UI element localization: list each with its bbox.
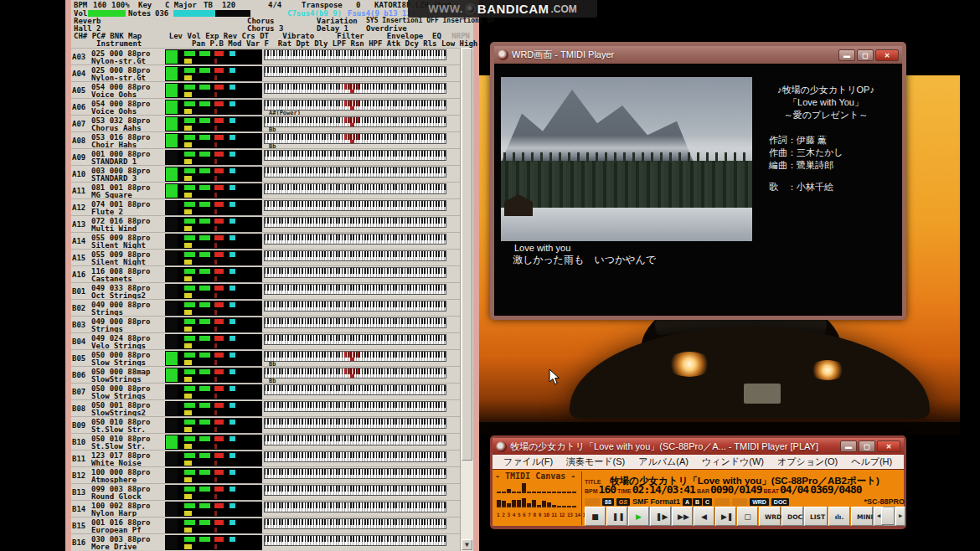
menu-item-3[interactable]: ウィンドウ(W) — [696, 456, 770, 468]
channel-row[interactable]: B11 123 017 88pro White Noise — [71, 450, 460, 466]
menu-item-0[interactable]: ファイル(F) — [498, 456, 559, 468]
channel-row[interactable]: B10 050 010 88pro St.Slow Str. — [71, 433, 460, 450]
channel-row[interactable]: B14 100 002 88pro Nylon Harp — [71, 500, 460, 517]
chorus-bar — [230, 252, 235, 257]
channel-row[interactable]: B07 050 000 88pro Slow Strings — [71, 383, 460, 399]
pan-bar — [184, 494, 192, 499]
channel-row[interactable]: B15 001 016 88pro European Pf — [71, 517, 460, 533]
menu-item-4[interactable]: オプション(O) — [771, 456, 843, 468]
expression-bar — [199, 336, 210, 341]
channel-row[interactable]: A04 025 000 88pro Nylon-str.Gt — [71, 64, 460, 81]
seek-right-arrow[interactable]: ▶ — [895, 507, 905, 526]
loop-button[interactable]: ▢ — [737, 507, 758, 526]
level-meter-button[interactable]: ılı. — [828, 507, 850, 526]
prev-button[interactable]: ◀ — [694, 507, 714, 526]
chorus-bar — [230, 453, 235, 458]
channel-row[interactable]: A05 054 000 88pro Voice Oohs — [71, 81, 460, 98]
wrd-button[interactable]: WRD — [759, 507, 781, 526]
mini-keyboard — [264, 351, 446, 362]
play-button[interactable]: ▶ — [628, 507, 649, 526]
seek-thumb[interactable] — [881, 507, 895, 525]
chorus-bar — [230, 487, 235, 492]
channel-row[interactable]: A07 053 032 88pro Chorus Aahs Bb — [71, 115, 460, 131]
pan-bar — [184, 360, 192, 365]
channel-row[interactable]: A14 055 009 88pro Silent Night — [71, 232, 460, 249]
mini-keyboard — [264, 468, 446, 479]
list-button[interactable]: LIST — [804, 507, 828, 526]
channel-id: B12 — [72, 471, 85, 480]
wrd-titlebar[interactable]: WRD画面 - TMIDI Player ▬ ▢ ✕ — [494, 46, 902, 64]
column-header-2: Instrument Pan P.B Mod Var F Rat Dpt Dly… — [74, 39, 477, 48]
scrollbar-down-arrow[interactable]: ▼ — [462, 539, 472, 550]
minimize-button[interactable]: ▬ — [838, 49, 855, 61]
close-button[interactable]: ✕ — [877, 440, 900, 452]
mod-bar — [214, 343, 217, 348]
channel-row[interactable]: A03 025 000 88pro Nylon-str.Gt — [71, 48, 460, 64]
menu-item-5[interactable]: ヘルプ(H) — [845, 456, 898, 468]
channel-row[interactable]: A10 003 000 88pro STANDARD 3 — [71, 165, 460, 182]
channel-row[interactable]: A11 081 001 88pro MG Square — [71, 182, 460, 198]
pan-bar — [184, 159, 192, 164]
spectrum-bar — [522, 482, 526, 493]
mixer-vertical-scrollbar[interactable]: ▼ — [460, 48, 473, 551]
channel-row[interactable]: A12 074 001 88pro Flute 2 — [71, 198, 460, 215]
channel-row[interactable]: B08 050 001 88pro SlowStrings2 — [71, 399, 460, 416]
channel-list: A03 025 000 88pro Nylon-str.Gt A04 025 0… — [71, 48, 460, 550]
reverb-bar — [214, 101, 224, 106]
fast-forward-button[interactable]: ▶▶ — [672, 507, 693, 526]
lyric-line-1: Love with you — [514, 243, 570, 253]
maximize-button[interactable]: ▢ — [857, 49, 874, 61]
mini-keyboard — [264, 535, 446, 546]
channel-row[interactable]: B16 030 003 88pro More Drive — [71, 533, 460, 550]
controller-bars — [165, 384, 262, 399]
channel-row[interactable]: A09 001 000 88pro STANDARD 1 — [71, 148, 460, 165]
channel-row[interactable]: B03 049 000 88pro Strings — [71, 316, 460, 332]
pause-button[interactable]: ❚❚ — [606, 507, 627, 526]
channel-row[interactable]: B05 050 000 88pro Slow Strings Bb — [71, 349, 460, 366]
pan-bar — [184, 109, 192, 114]
reverb-bar — [214, 235, 224, 240]
mini-mode-button[interactable]: MINI — [851, 507, 873, 526]
bandicam-logo-icon — [465, 3, 476, 14]
menu-item-2[interactable]: アルバム(A) — [632, 456, 694, 468]
doc-button[interactable]: DOC — [781, 507, 803, 526]
level-meter — [166, 335, 178, 348]
next-button[interactable]: ▶❚ — [715, 507, 736, 526]
spectrum-bar — [572, 497, 576, 507]
volume-bar — [184, 420, 195, 425]
stop-button[interactable]: ■ — [585, 507, 606, 526]
minimize-button[interactable]: ▬ — [840, 440, 857, 452]
menu-item-1[interactable]: 演奏モード(S) — [560, 456, 631, 468]
channel-row[interactable]: B12 100 000 88pro Atmosphere — [71, 466, 460, 483]
channel-row[interactable]: B06 050 000 88map SlowStrings Bb — [71, 366, 460, 383]
mod-bar — [214, 360, 217, 365]
play-from-button[interactable]: ❚▶ — [650, 507, 671, 526]
channel-row[interactable]: A13 072 016 88pro Multi Wind — [71, 215, 460, 232]
channel-row[interactable]: B01 049 033 88pro Oct Strings2 — [71, 282, 460, 299]
mod-bar — [214, 59, 217, 64]
close-button[interactable]: ✕ — [875, 49, 899, 61]
channel-row[interactable]: A08 053 016 88pro Choir Hahs Bb — [71, 131, 460, 148]
channel-row[interactable]: A06 054 000 88pro Voice Oohs A#(Power) — [71, 98, 460, 115]
controller-bars — [165, 418, 262, 433]
controller-bars — [165, 167, 262, 182]
volume-bar — [184, 85, 195, 90]
channel-row[interactable]: A16 116 008 88pro Castanets — [71, 265, 460, 282]
scrollbar-thumb[interactable] — [462, 48, 472, 461]
channel-row[interactable]: A15 055 009 88pro Silent Night — [71, 249, 460, 265]
spectrum-bar — [527, 482, 531, 493]
channel-row[interactable]: B02 049 000 88pro Strings — [71, 299, 460, 316]
player-titlebar[interactable]: 牧場の少女カトリ「Love with you」(SC-88Pro／A... - … — [493, 438, 904, 455]
channel-id: B15 — [72, 522, 85, 530]
channel-row[interactable]: B13 099 003 88pro Round Glock — [71, 483, 460, 500]
channel-row[interactable]: B04 049 024 88pro Velo Strings — [71, 332, 460, 349]
maximize-button[interactable]: ▢ — [859, 440, 875, 452]
bpm-label: BPM — [74, 1, 87, 9]
badge-88: 88 — [602, 498, 614, 506]
channel-row[interactable]: B09 050 010 88pro St.Slow Str. — [71, 416, 460, 433]
seek-scrollbar[interactable]: ◀▶ — [874, 507, 905, 526]
chorus-bar — [230, 302, 235, 307]
seek-track[interactable] — [884, 507, 895, 526]
reverb-bar — [214, 503, 224, 508]
channel-id: A08 — [72, 136, 85, 145]
